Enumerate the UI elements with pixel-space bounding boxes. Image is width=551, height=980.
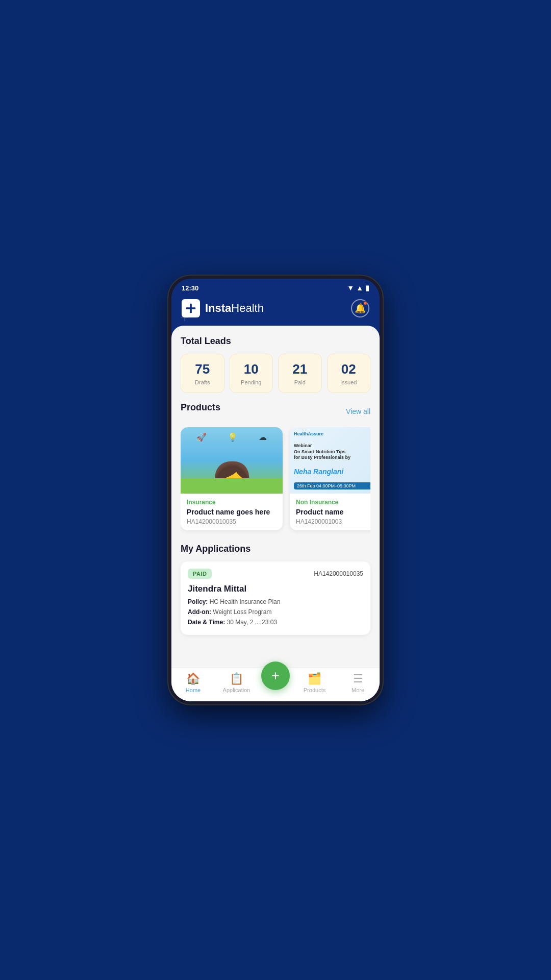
product-type-2: Non Insurance bbox=[296, 499, 370, 506]
nav-label-products: Products bbox=[304, 687, 325, 693]
status-time: 12:30 bbox=[182, 284, 198, 292]
webinar-name: Neha Ranglani bbox=[294, 468, 370, 476]
battery-icon: ▮ bbox=[365, 284, 369, 292]
product-image-2: HealthAssure Webinar On Smart Nutrition … bbox=[290, 427, 370, 494]
pending-label: Pending bbox=[234, 379, 269, 385]
product-type-1: Insurance bbox=[187, 499, 277, 506]
application-icon: 📋 bbox=[230, 672, 243, 685]
product-name-1: Product name goes here bbox=[187, 508, 277, 516]
status-icons: ▼ ▲ ▮ bbox=[347, 284, 369, 292]
app-header: InstaHealth 🔔 bbox=[171, 295, 380, 326]
product-card-1[interactable]: 🚀💡☁ 👩 Insurance Product name goes here H… bbox=[181, 427, 283, 530]
more-icon: ☰ bbox=[353, 672, 363, 685]
products-title: Products bbox=[181, 402, 220, 413]
sky-decorations: 🚀💡☁ bbox=[186, 432, 278, 442]
issued-number: 02 bbox=[332, 361, 366, 377]
signal-icon: ▲ bbox=[356, 284, 363, 292]
product-image-1: 🚀💡☁ 👩 bbox=[181, 427, 283, 494]
applications-title: My Applications bbox=[181, 544, 370, 554]
product-id-1: HA142000010035 bbox=[187, 518, 277, 525]
status-badge: PAID bbox=[188, 569, 212, 579]
home-icon: 🏠 bbox=[186, 672, 200, 685]
app-datetime-detail: Date & Time: 30 May, 2 ...:23:03 bbox=[188, 618, 363, 627]
product-card-2[interactable]: HealthAssure Webinar On Smart Nutrition … bbox=[290, 427, 370, 530]
product-info-1: Insurance Product name goes here HA14200… bbox=[181, 494, 283, 530]
notification-dot bbox=[363, 301, 367, 305]
nav-label-home: Home bbox=[186, 687, 201, 693]
products-header: Products View all bbox=[181, 402, 370, 420]
pending-number: 10 bbox=[234, 361, 269, 377]
app-policy-detail: Policy: HC Health Insurance Plan bbox=[188, 597, 363, 606]
paid-card[interactable]: 21 Paid bbox=[278, 354, 322, 393]
issued-card[interactable]: 02 Issued bbox=[327, 354, 371, 393]
cross-icon bbox=[185, 303, 196, 314]
product-id-2: HA14200001003 bbox=[296, 518, 370, 525]
svg-rect-1 bbox=[186, 307, 195, 309]
app-card-header: PAID HA142000010035 bbox=[188, 569, 363, 579]
view-all-button[interactable]: View all bbox=[346, 407, 370, 415]
issued-label: Issued bbox=[332, 379, 366, 385]
fab-add-button[interactable]: + bbox=[261, 662, 290, 690]
app-addon-detail: Add-on: Weight Loss Program bbox=[188, 607, 363, 617]
webinar-logo: HealthAssure bbox=[294, 431, 370, 436]
plus-icon: + bbox=[271, 668, 280, 684]
logo-area: InstaHealth bbox=[182, 299, 264, 317]
bottom-nav: 🏠 Home 📋 Application + 🗂️ Products ☰ Mor… bbox=[171, 668, 380, 701]
nav-item-products[interactable]: 🗂️ Products bbox=[293, 672, 336, 693]
notification-button[interactable]: 🔔 bbox=[351, 299, 369, 317]
webinar-date: 26th Feb 04:00PM–05:00PM bbox=[294, 482, 370, 489]
nav-item-home[interactable]: 🏠 Home bbox=[171, 672, 215, 693]
products-icon: 🗂️ bbox=[308, 672, 321, 685]
app-title: InstaHealth bbox=[205, 302, 264, 315]
grass-area bbox=[181, 478, 283, 494]
product-info-2: Non Insurance Product name HA14200001003 bbox=[290, 494, 370, 530]
drafts-label: Drafts bbox=[185, 379, 220, 385]
product-name-2: Product name bbox=[296, 508, 370, 516]
app-customer-name: Jitendra Mittal bbox=[188, 584, 363, 594]
paid-number: 21 bbox=[283, 361, 317, 377]
phone-frame: + + 12:30 ▼ ▲ ▮ InstaHealth 🔔 bbox=[168, 276, 383, 704]
webinar-title: Webinar On Smart Nutrition Tips for Busy… bbox=[294, 443, 370, 461]
nav-item-application[interactable]: 📋 Application bbox=[215, 672, 258, 693]
wifi-icon: ▼ bbox=[347, 284, 354, 292]
paid-label: Paid bbox=[283, 379, 317, 385]
app-logo-icon bbox=[182, 299, 200, 317]
nav-label-more: More bbox=[352, 687, 364, 693]
application-card-1[interactable]: PAID HA142000010035 Jitendra Mittal Poli… bbox=[181, 561, 370, 635]
nav-item-fab: + bbox=[258, 676, 293, 690]
products-section: Products View all 🚀💡☁ 👩 Insurance bbox=[171, 399, 380, 541]
applications-section: My Applications PAID HA142000010035 Jite… bbox=[171, 541, 380, 676]
nav-item-more[interactable]: ☰ More bbox=[336, 672, 380, 693]
products-scroll: 🚀💡☁ 👩 Insurance Product name goes here H… bbox=[181, 427, 370, 534]
nav-label-application: Application bbox=[223, 687, 251, 693]
drafts-number: 75 bbox=[185, 361, 220, 377]
total-leads-title: Total Leads bbox=[181, 336, 370, 347]
app-ref: HA142000010035 bbox=[314, 570, 363, 577]
pending-card[interactable]: 10 Pending bbox=[230, 354, 273, 393]
main-content: Total Leads 75 Drafts 10 Pending 21 Paid… bbox=[171, 326, 380, 701]
drafts-card[interactable]: 75 Drafts bbox=[181, 354, 224, 393]
leads-grid: 75 Drafts 10 Pending 21 Paid 02 Issued bbox=[181, 354, 370, 393]
total-leads-section: Total Leads 75 Drafts 10 Pending 21 Paid… bbox=[171, 326, 380, 399]
status-bar: 12:30 ▼ ▲ ▮ bbox=[171, 279, 380, 295]
